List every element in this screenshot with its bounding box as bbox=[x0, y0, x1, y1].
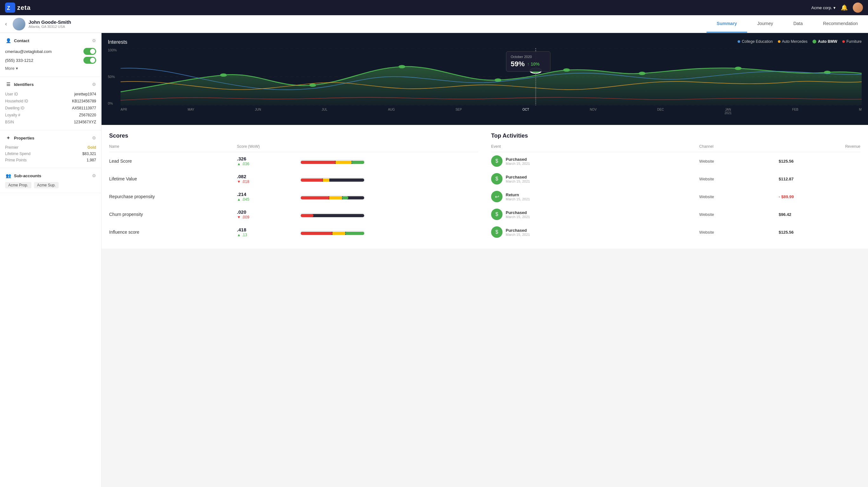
scores-table: Name Score (WoW) Lead Score .326 ▲ .036 … bbox=[109, 144, 478, 241]
tier-label: Premier bbox=[5, 145, 19, 150]
activity-date: March 15, 2021 bbox=[506, 233, 530, 236]
legend-mercedes: Auto Mercedes bbox=[778, 39, 808, 44]
back-button[interactable]: ‹ bbox=[3, 18, 9, 30]
email-value: cmeriau@zetaglobal.com bbox=[5, 49, 52, 54]
chart-x-labels: APR MAY JUN JUL AUG SEP OCT NOV DEC JAN2… bbox=[121, 108, 862, 115]
sub-accounts-tags: Acme Prop.Acme Sup. bbox=[5, 182, 96, 188]
activity-revenue: - $89.99 bbox=[779, 194, 794, 199]
tab-data[interactable]: Data bbox=[783, 15, 813, 33]
identifiers-settings-icon[interactable]: ⚙ bbox=[92, 82, 96, 87]
phone-value: (555) 333-1212 bbox=[5, 58, 33, 63]
properties-section-title: Properties bbox=[14, 136, 34, 140]
score-name: Churn propensity bbox=[109, 212, 143, 217]
chart-legend: College Education Auto Mercedes Auto BMW… bbox=[738, 39, 862, 44]
svg-rect-30 bbox=[333, 232, 345, 235]
identifier-row: User IDjerettwp1974 bbox=[5, 91, 96, 98]
notification-bell-icon[interactable]: 🔔 bbox=[841, 4, 848, 11]
phone-toggle[interactable] bbox=[84, 57, 96, 64]
activity-icon: $ bbox=[491, 155, 502, 167]
svg-point-6 bbox=[309, 84, 316, 87]
email-toggle[interactable] bbox=[84, 48, 96, 55]
activities-section: Top Activities Event Channel Revenue $ P… bbox=[491, 133, 860, 241]
svg-rect-29 bbox=[301, 232, 333, 235]
email-field: cmeriau@zetaglobal.com bbox=[5, 47, 96, 56]
score-value: .418 bbox=[237, 227, 246, 232]
activity-icon: $ bbox=[491, 226, 502, 238]
score-row: Lead Score .326 ▲ .036 bbox=[109, 152, 478, 170]
activity-channel: Website bbox=[699, 176, 714, 181]
activity-revenue: $96.42 bbox=[779, 212, 792, 217]
tab-journey[interactable]: Journey bbox=[747, 15, 783, 33]
activities-heading: Top Activities bbox=[491, 133, 860, 139]
score-row: Influence score .418 ▲ .13 bbox=[109, 223, 478, 241]
scores-col-name: Name bbox=[109, 144, 237, 152]
sidebar: 👤 Contact ⚙ cmeriau@zetaglobal.com (555)… bbox=[0, 33, 101, 487]
sub-account-tag[interactable]: Acme Prop. bbox=[5, 182, 31, 188]
content-area: Interests College Education Auto Mercede… bbox=[101, 33, 868, 487]
org-selector[interactable]: Acme corp. ▾ bbox=[811, 5, 836, 10]
activity-channel: Website bbox=[699, 230, 714, 235]
more-button[interactable]: More ▾ bbox=[5, 65, 96, 72]
activity-event-name: Purchased bbox=[506, 228, 530, 233]
activity-revenue: $125.56 bbox=[779, 159, 794, 164]
tab-recommendation[interactable]: Recommendation bbox=[813, 15, 868, 33]
activity-row: $ Purchased March 15, 2021 Website $125.… bbox=[491, 223, 860, 241]
score-bar bbox=[301, 195, 364, 198]
score-name: Influence score bbox=[109, 230, 139, 235]
legend-furniture: Furniture bbox=[842, 39, 862, 44]
activity-channel: Website bbox=[699, 159, 714, 164]
score-bar bbox=[301, 177, 364, 181]
score-name: Lifetime Value bbox=[109, 176, 137, 181]
identifier-row: Household IDKB123456789 bbox=[5, 98, 96, 105]
identifiers-section: ☰ Identifiers ⚙ User IDjerettwp1974House… bbox=[0, 77, 101, 130]
svg-point-10 bbox=[639, 72, 646, 75]
score-bar bbox=[301, 213, 364, 216]
svg-point-5 bbox=[220, 73, 227, 77]
prime-points-label: Prime Points bbox=[5, 158, 27, 162]
activity-event-name: Purchased bbox=[506, 175, 530, 180]
score-value: .082 bbox=[237, 174, 246, 179]
activity-icon: $ bbox=[491, 173, 502, 185]
legend-dot-bmw bbox=[812, 40, 816, 43]
activity-date: March 15, 2021 bbox=[506, 215, 530, 219]
profile-info: John Goode-Smith Atlanta, GA 30312 USA bbox=[29, 19, 707, 29]
score-value: .214 bbox=[237, 192, 246, 197]
svg-point-11 bbox=[735, 67, 742, 70]
sub-account-tag[interactable]: Acme Sup. bbox=[34, 182, 59, 188]
properties-section: ✦ Properties ⚙ Premier Gold Lifetime Spe… bbox=[0, 130, 101, 168]
svg-rect-17 bbox=[336, 161, 351, 164]
legend-dot-mercedes bbox=[778, 40, 780, 43]
identifiers-section-title: Identifiers bbox=[14, 82, 34, 87]
contact-settings-icon[interactable]: ⚙ bbox=[92, 38, 96, 43]
activity-revenue: $112.87 bbox=[779, 176, 794, 181]
properties-settings-icon[interactable]: ⚙ bbox=[92, 135, 96, 140]
activity-row: $ Purchased March 15, 2021 Website $96.4… bbox=[491, 205, 860, 223]
properties-icon: ✦ bbox=[5, 135, 11, 141]
lifetime-spend-label: Lifetime Spend bbox=[5, 152, 30, 156]
score-bar bbox=[301, 160, 364, 163]
scores-heading: Scores bbox=[109, 133, 478, 139]
profile-avatar bbox=[13, 18, 25, 30]
svg-point-7 bbox=[399, 65, 405, 68]
sub-accounts-section-title: Sub-accounts bbox=[14, 173, 41, 178]
profile-location: Atlanta, GA 30312 USA bbox=[29, 25, 707, 29]
activity-channel: Website bbox=[699, 212, 714, 217]
svg-point-8 bbox=[495, 78, 502, 82]
user-avatar[interactable] bbox=[853, 3, 863, 13]
svg-rect-27 bbox=[301, 214, 313, 217]
identifiers-list: User IDjerettwp1974Household IDKB1234567… bbox=[5, 91, 96, 126]
sub-accounts-settings-icon[interactable]: ⚙ bbox=[92, 173, 96, 178]
identifier-row: Dwelling IDAX581113977 bbox=[5, 105, 96, 111]
svg-point-9 bbox=[563, 68, 570, 72]
contact-section: 👤 Contact ⚙ cmeriau@zetaglobal.com (555)… bbox=[0, 33, 101, 77]
activity-revenue: $125.56 bbox=[779, 230, 794, 235]
phone-field: (555) 333-1212 bbox=[5, 56, 96, 65]
identifier-row: BSIN1234567XYZ bbox=[5, 119, 96, 126]
svg-rect-20 bbox=[301, 178, 323, 182]
identifier-row: Loyalty #Z5678220 bbox=[5, 111, 96, 119]
sub-accounts-section: 👥 Sub-accounts ⚙ Acme Prop.Acme Sup. bbox=[0, 168, 101, 193]
bottom-content: Scores Name Score (WoW) Lead Score .326 … bbox=[101, 125, 868, 249]
activity-date: March 15, 2021 bbox=[506, 180, 530, 183]
tab-summary[interactable]: Summary bbox=[707, 15, 747, 33]
score-bar bbox=[301, 230, 364, 234]
